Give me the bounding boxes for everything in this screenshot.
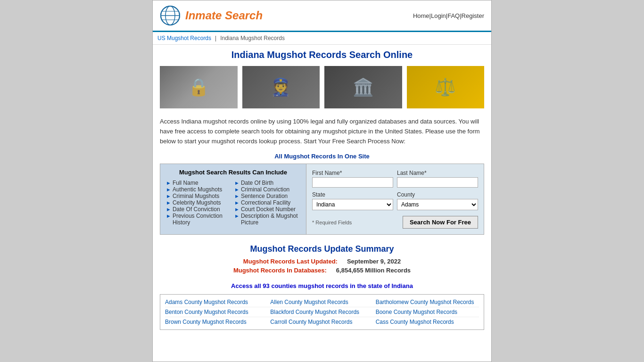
- county-link[interactable]: Adams County Mugshot Records: [165, 299, 268, 305]
- name-row: First Name* Last Name*: [312, 170, 478, 188]
- header-nav: Home|Login|FAQ|Register: [413, 12, 484, 19]
- records-count-label: Mugshot Records In Databases:: [233, 267, 327, 274]
- state-label: State: [312, 191, 393, 198]
- login-link[interactable]: Login: [431, 12, 446, 19]
- first-name-input[interactable]: [312, 177, 393, 188]
- county-link[interactable]: Boone County Mugshot Records: [376, 309, 479, 315]
- image-row: 🔒 👮 🏛️ ⚖️: [160, 66, 484, 108]
- feature-label: Correctional Facility: [241, 199, 290, 206]
- update-summary: Mugshot Records Update Summary Mugshot R…: [160, 244, 484, 274]
- county-link[interactable]: Allen County Mugshot Records: [270, 299, 373, 305]
- feature-item: ► Date Of Conviction: [166, 206, 232, 213]
- feature-label: Date Of Conviction: [173, 206, 220, 213]
- image-arrest: 👮: [242, 66, 320, 108]
- arrow-icon: ►: [166, 206, 171, 212]
- county-link[interactable]: Brown County Mugshot Records: [165, 319, 268, 325]
- feature-item: ► Full Name: [166, 180, 232, 186]
- bottom-form-row: * Required Fields Search Now For Free: [312, 214, 478, 229]
- image-justice: ⚖️: [407, 66, 485, 108]
- counties-link-area: Access all 93 counties mugshot records i…: [160, 282, 484, 289]
- features-panel: Mugshot Search Results Can Include ► Ful…: [160, 164, 306, 234]
- county-link[interactable]: Benton County Mugshot Records: [165, 309, 268, 315]
- feature-label: Date Of Birth: [241, 180, 273, 186]
- faq-link[interactable]: FAQ: [447, 12, 460, 19]
- records-count-row: Mugshot Records In Databases: 6,854,655 …: [160, 267, 484, 274]
- first-name-label: First Name*: [312, 170, 393, 176]
- page-title: Indiana Mugshot Records Search Online: [160, 49, 484, 60]
- feature-item: ► Criminal Conviction: [234, 186, 300, 193]
- site-header: Inmate Search Home|Login|FAQ|Register: [153, 0, 491, 32]
- county-link[interactable]: Cass County Mugshot Records: [376, 319, 479, 325]
- site-title: Inmate Search: [185, 9, 263, 22]
- arrow-icon: ►: [166, 213, 171, 219]
- page-description: Access Indiana mugshot records online by…: [160, 117, 484, 146]
- update-summary-heading: Mugshot Records Update Summary: [160, 244, 484, 254]
- all-counties-link[interactable]: Access all 93 counties mugshot records i…: [231, 282, 413, 289]
- feature-item: ► Court Docket Number: [234, 206, 300, 213]
- breadcrumb-parent[interactable]: US Mugshot Records: [157, 35, 211, 41]
- arrow-icon: ►: [166, 187, 171, 192]
- feature-item: ► Description & Mugshot Picture: [234, 213, 300, 226]
- feature-item: ► Correctional Facility: [234, 199, 300, 206]
- county-row: Adams County Mugshot RecordsAllen County…: [165, 297, 479, 307]
- required-note: * Required Fields: [312, 220, 352, 225]
- image-handcuffs: 🔒: [160, 66, 238, 108]
- county-link[interactable]: Bartholomew County Mugshot Records: [376, 299, 479, 305]
- last-updated-value: September 9, 2022: [347, 258, 401, 265]
- globe-icon: [160, 5, 181, 26]
- state-select[interactable]: Indiana: [312, 199, 393, 210]
- home-link[interactable]: Home: [413, 12, 429, 19]
- state-group: State Indiana: [312, 191, 393, 210]
- justice-icon: ⚖️: [435, 77, 456, 97]
- feature-label: Criminal Mugshots: [173, 193, 219, 199]
- first-name-group: First Name*: [312, 170, 393, 188]
- last-name-label: Last Name*: [397, 170, 478, 176]
- breadcrumb-separator: |: [215, 35, 216, 41]
- county-row: Brown County Mugshot RecordsCarroll Coun…: [165, 317, 479, 327]
- image-bars: 🏛️: [324, 66, 402, 108]
- feature-label: Sentence Duration: [241, 193, 288, 199]
- arrow-icon: ►: [166, 193, 171, 199]
- arrow-icon: ►: [234, 187, 239, 192]
- last-updated-row: Mugshot Records Last Updated: September …: [160, 258, 484, 265]
- search-button[interactable]: Search Now For Free: [403, 216, 478, 229]
- feature-item: ► Celebrity Mugshots: [166, 199, 232, 206]
- breadcrumb: US Mugshot Records | Indiana Mugshot Rec…: [153, 32, 491, 45]
- arrow-icon: ►: [166, 200, 171, 206]
- feature-list: ► Full Name ► Authentic Mugshots ► Crimi…: [166, 180, 300, 226]
- county-group: County AdamsAllenBartholomewBentonBlackf…: [397, 191, 478, 210]
- records-count-value: 6,854,655 Million Records: [336, 267, 411, 274]
- feature-col2: ► Date Of Birth ► Criminal Conviction ► …: [234, 180, 300, 226]
- arrow-icon: ►: [234, 180, 239, 186]
- all-records-label: All Mugshot Records In One Site: [160, 153, 484, 160]
- register-link[interactable]: Register: [462, 12, 484, 19]
- feature-item: ► Authentic Mugshots: [166, 186, 232, 193]
- last-name-group: Last Name*: [397, 170, 478, 188]
- breadcrumb-current: Indiana Mugshot Records: [220, 35, 285, 41]
- arrow-icon: ►: [234, 206, 239, 212]
- feature-label: Criminal Conviction: [241, 186, 289, 193]
- feature-item: ► Sentence Duration: [234, 193, 300, 199]
- county-select[interactable]: AdamsAllenBartholomewBentonBlackfordBoon…: [397, 199, 478, 210]
- county-link[interactable]: Carroll County Mugshot Records: [270, 319, 373, 325]
- county-table: Adams County Mugshot RecordsAllen County…: [160, 294, 484, 330]
- county-link[interactable]: Blackford County Mugshot Records: [270, 309, 373, 315]
- feature-label: Celebrity Mugshots: [173, 199, 221, 206]
- search-form-panel: First Name* Last Name* State Indiana Cou…: [306, 164, 484, 234]
- search-container: Mugshot Search Results Can Include ► Ful…: [160, 164, 484, 235]
- feature-item: ► Criminal Mugshots: [166, 193, 232, 199]
- last-name-input[interactable]: [397, 177, 478, 188]
- feature-item: ► Previous Conviction History: [166, 213, 232, 226]
- handcuffs-icon: 🔒: [188, 77, 209, 97]
- feature-item: ► Date Of Birth: [234, 180, 300, 186]
- feature-label: Previous Conviction History: [173, 213, 232, 226]
- arrest-icon: 👮: [270, 77, 291, 97]
- feature-col1: ► Full Name ► Authentic Mugshots ► Crimi…: [166, 180, 232, 226]
- feature-label: Authentic Mugshots: [173, 186, 222, 193]
- county-label: County: [397, 191, 478, 198]
- arrow-icon: ►: [234, 200, 239, 206]
- arrow-icon: ►: [234, 213, 239, 219]
- last-updated-label: Mugshot Records Last Updated:: [243, 258, 338, 265]
- feature-label: Court Docket Number: [241, 206, 296, 213]
- arrow-icon: ►: [234, 193, 239, 199]
